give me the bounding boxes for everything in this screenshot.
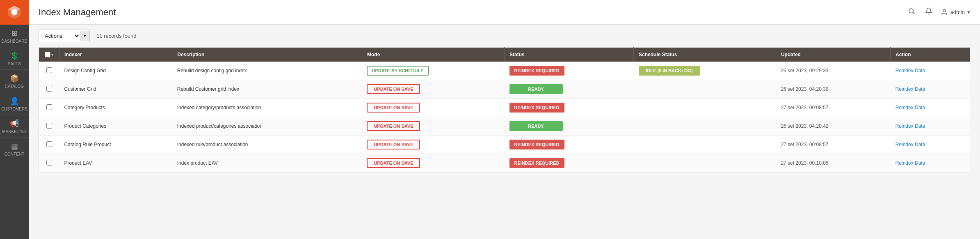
row-mode: UPDATE ON SAVE xyxy=(362,99,504,117)
row-checkbox[interactable] xyxy=(46,123,52,129)
row-description: Rebuild Customer grid index xyxy=(172,80,362,99)
row-updated: 26 set 2023, 09:29:33 xyxy=(776,62,890,80)
svg-line-1 xyxy=(913,12,914,14)
status-badge: REINDEX REQUIRED xyxy=(509,158,564,168)
row-action: Reindex Data xyxy=(891,62,970,80)
mode-badge: UPDATE BY SCHEDULE xyxy=(367,66,428,76)
status-badge: READY xyxy=(509,84,563,94)
status-badge: REINDEX REQUIRED xyxy=(509,140,564,149)
catalog-icon: 📦 xyxy=(10,74,19,83)
row-updated: 27 set 2023, 00:08:57 xyxy=(776,99,890,117)
row-schedule-status: IDLE (0 IN BACKLOG) xyxy=(634,62,776,80)
row-updated: 27 set 2023, 00:08:57 xyxy=(776,136,890,154)
status-badge: READY xyxy=(509,121,563,131)
notifications-button[interactable] xyxy=(923,6,934,18)
row-description: Rebuild design config grid index xyxy=(172,62,362,80)
marketing-icon: 📢 xyxy=(10,119,19,128)
sidebar-label-content: CONTENT xyxy=(5,152,24,156)
row-indexer: Customer Grid xyxy=(59,80,172,99)
sidebar-item-catalog[interactable]: 📦 CATALOG xyxy=(0,70,29,92)
sidebar-item-content[interactable]: ▦ CONTENT xyxy=(0,138,29,160)
sidebar-label-marketing: MARKETING xyxy=(2,129,26,134)
th-status: Status xyxy=(505,48,634,62)
status-badge: REINDEX REQUIRED xyxy=(509,103,564,113)
row-updated: 26 set 2023, 04:20:39 xyxy=(776,80,890,99)
row-checkbox-cell xyxy=(39,62,59,80)
reindex-data-link[interactable]: Reindex Data xyxy=(895,123,925,129)
actions-dropdown-button[interactable]: ▾ xyxy=(80,31,89,41)
row-description: Index product EAV xyxy=(172,154,362,172)
row-indexer: Catalog Rule Product xyxy=(59,136,172,154)
row-checkbox[interactable] xyxy=(46,67,52,73)
row-indexer: Product EAV xyxy=(59,154,172,172)
row-mode: UPDATE ON SAVE xyxy=(362,117,504,136)
row-mode: UPDATE ON SAVE xyxy=(362,80,504,99)
sidebar-item-sales[interactable]: 💲 SALES xyxy=(0,47,29,70)
mode-badge: UPDATE ON SAVE xyxy=(367,103,420,113)
row-checkbox[interactable] xyxy=(46,104,52,110)
sidebar-item-marketing[interactable]: 📢 MARKETING xyxy=(0,115,29,138)
reindex-data-link[interactable]: Reindex Data xyxy=(895,68,925,74)
th-indexer: Indexer xyxy=(59,48,172,62)
row-description: Indexed rule/product association xyxy=(172,136,362,154)
search-button[interactable] xyxy=(906,6,917,18)
th-mode: Mode xyxy=(362,48,504,62)
row-mode: UPDATE BY SCHEDULE xyxy=(362,62,504,80)
admin-user-menu[interactable]: admin ▾ xyxy=(941,9,970,16)
row-schedule-status xyxy=(634,154,776,172)
mode-badge: UPDATE ON SAVE xyxy=(367,158,420,168)
row-schedule-status xyxy=(634,80,776,99)
reindex-data-link[interactable]: Reindex Data xyxy=(895,86,925,92)
table-body: Design Config Grid Rebuild design config… xyxy=(39,62,970,172)
row-action: Reindex Data xyxy=(891,99,970,117)
status-badge: REINDEX REQUIRED xyxy=(509,66,564,76)
header-actions: admin ▾ xyxy=(906,6,970,18)
svg-point-2 xyxy=(943,9,946,12)
row-indexer: Product Categories xyxy=(59,117,172,136)
row-schedule-status xyxy=(634,117,776,136)
page-title: Index Management xyxy=(39,7,116,18)
row-status: REINDEX REQUIRED xyxy=(505,62,634,80)
checkbox-dropdown-icon[interactable]: ▾ xyxy=(51,53,53,57)
sidebar-label-dashboard: DASHBOARD xyxy=(1,39,27,44)
sidebar-label-catalog: CATALOG xyxy=(5,84,24,89)
row-status: READY xyxy=(505,80,634,99)
reindex-data-link[interactable]: Reindex Data xyxy=(895,142,925,147)
row-updated: 27 set 2023, 00:10:05 xyxy=(776,154,890,172)
reindex-data-link[interactable]: Reindex Data xyxy=(895,160,925,166)
toolbar: Actions ▾ 11 records found xyxy=(29,25,980,47)
row-mode: UPDATE ON SAVE xyxy=(362,136,504,154)
row-checkbox[interactable] xyxy=(46,160,52,165)
records-count: 11 records found xyxy=(96,33,137,39)
schedule-status-badge: IDLE (0 IN BACKLOG) xyxy=(639,66,700,76)
row-checkbox[interactable] xyxy=(46,141,52,147)
row-checkbox-cell xyxy=(39,117,59,136)
table-container: ▾ Indexer Description Mode Status xyxy=(29,47,980,239)
row-status: REINDEX REQUIRED xyxy=(505,99,634,117)
row-mode: UPDATE ON SAVE xyxy=(362,154,504,172)
reindex-data-link[interactable]: Reindex Data xyxy=(895,105,925,110)
logo xyxy=(0,0,29,25)
row-status: REINDEX REQUIRED xyxy=(505,136,634,154)
table-header-row: ▾ Indexer Description Mode Status xyxy=(39,48,970,62)
sidebar-item-customers[interactable]: 👤 CUSTOMERS xyxy=(0,92,29,115)
sidebar-item-dashboard[interactable]: ⊞ DASHBOARD xyxy=(0,25,29,47)
actions-select[interactable]: Actions xyxy=(39,30,80,42)
table-row: Design Config Grid Rebuild design config… xyxy=(39,62,970,80)
row-action: Reindex Data xyxy=(891,117,970,136)
row-checkbox-cell xyxy=(39,136,59,154)
th-schedule-status: Schedule Status xyxy=(634,48,776,62)
row-description: Indexed category/products association xyxy=(172,99,362,117)
table-row: Customer Grid Rebuild Customer grid inde… xyxy=(39,80,970,99)
row-status: READY xyxy=(505,117,634,136)
select-all-checkbox[interactable] xyxy=(45,52,50,57)
row-checkbox-cell xyxy=(39,80,59,99)
row-schedule-status xyxy=(634,99,776,117)
mode-badge: UPDATE ON SAVE xyxy=(367,140,420,149)
content-icon: ▦ xyxy=(11,142,18,151)
row-checkbox-cell xyxy=(39,154,59,172)
row-checkbox-cell xyxy=(39,99,59,117)
row-checkbox[interactable] xyxy=(46,86,52,92)
th-updated: Updated xyxy=(776,48,890,62)
sidebar-label-customers: CUSTOMERS xyxy=(1,107,27,111)
